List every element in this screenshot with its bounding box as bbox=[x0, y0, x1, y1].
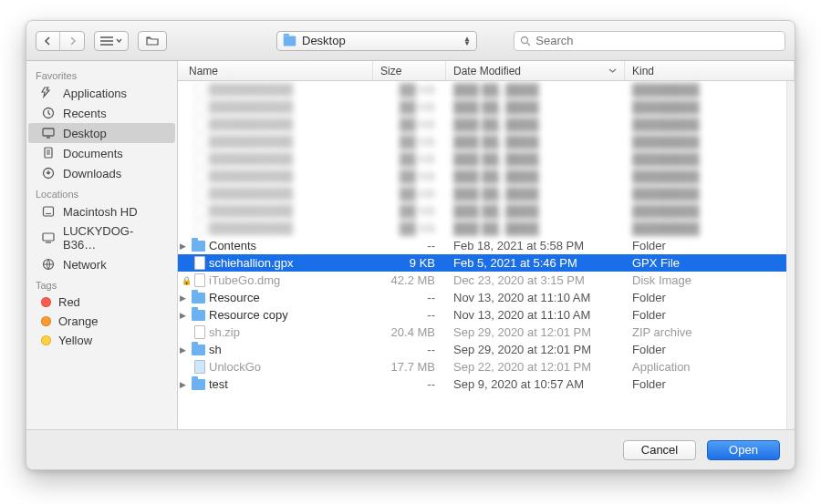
display-icon bbox=[41, 231, 56, 245]
file-name: Resource copy bbox=[209, 308, 373, 322]
folder-outline-icon bbox=[146, 36, 159, 46]
disclosure-triangle-icon[interactable]: ▶ bbox=[180, 293, 189, 303]
file-date: Nov 13, 2020 at 11:10 AM bbox=[446, 291, 625, 304]
sidebar-item-yellow[interactable]: Yellow bbox=[28, 331, 175, 350]
tag-dot-icon bbox=[41, 297, 51, 307]
file-icon bbox=[194, 256, 205, 270]
path-popup[interactable]: Desktop ▲▼ bbox=[276, 31, 477, 51]
disclosure-triangle-icon[interactable]: ▶ bbox=[180, 380, 189, 389]
globe-icon bbox=[41, 257, 56, 272]
file-row[interactable]: UnlockGo17.7 MBSep 22, 2020 at 12:01 PMA… bbox=[178, 358, 786, 375]
toolbar: Desktop ▲▼ bbox=[26, 21, 795, 61]
folder-icon bbox=[284, 36, 296, 46]
disk-icon bbox=[41, 204, 56, 219]
sidebar-group-locations: Locations bbox=[26, 183, 177, 201]
disclosure-triangle-icon[interactable]: ▶ bbox=[180, 345, 189, 355]
popup-arrows-icon: ▲▼ bbox=[463, 36, 471, 46]
file-name: Contents bbox=[209, 239, 373, 252]
file-row[interactable]: ▶Resource copy--Nov 13, 2020 at 11:10 AM… bbox=[178, 306, 786, 324]
sidebar-item-network[interactable]: Network bbox=[28, 254, 175, 274]
file-date: Sep 22, 2020 at 12:01 PM bbox=[446, 360, 625, 374]
file-date: Nov 13, 2020 at 11:10 AM bbox=[446, 308, 625, 322]
path-label: Desktop bbox=[302, 34, 346, 47]
file-row-obscured: ████████████ KB███ ██, ████████████ bbox=[178, 98, 786, 116]
disclosure-triangle-icon[interactable]: ▶ bbox=[180, 311, 189, 320]
sidebar-item-label: Recents bbox=[63, 107, 107, 120]
sidebar-item-documents[interactable]: Documents bbox=[28, 143, 175, 163]
file-row[interactable]: ▶test--Sep 9, 2020 at 10:57 AMFolder bbox=[178, 375, 786, 393]
globe-icon bbox=[41, 257, 56, 272]
back-button[interactable] bbox=[36, 32, 60, 50]
file-row[interactable]: sh.zip20.4 MBSep 29, 2020 at 12:01 PMZIP… bbox=[178, 324, 786, 341]
sidebar-item-label: Orange bbox=[58, 314, 98, 328]
forward-button[interactable] bbox=[60, 32, 84, 50]
sidebar-item-recents[interactable]: Recents bbox=[28, 103, 175, 123]
clock-icon bbox=[41, 106, 56, 120]
file-icon bbox=[194, 325, 205, 339]
apps-icon bbox=[41, 86, 56, 100]
scrollbar[interactable] bbox=[786, 81, 795, 429]
nav-back-forward bbox=[36, 31, 85, 51]
list-view-button[interactable] bbox=[95, 32, 128, 50]
file-kind: ZIP archive bbox=[625, 325, 786, 339]
downloads-icon bbox=[41, 166, 56, 180]
file-row-obscured: ████████████ KB███ ██, ████████████ bbox=[178, 220, 786, 237]
file-kind: GPX File bbox=[625, 256, 786, 270]
sidebar-item-luckydog-b36-[interactable]: LUCKYDOG-B36… bbox=[28, 221, 175, 254]
search-field[interactable] bbox=[514, 31, 785, 51]
folder-icon bbox=[192, 379, 205, 390]
column-name[interactable]: Name bbox=[178, 61, 373, 80]
open-button[interactable]: Open bbox=[707, 440, 780, 460]
tag-dot-icon bbox=[41, 335, 51, 345]
file-size: 20.4 MB bbox=[373, 325, 446, 339]
sidebar-item-label: Applications bbox=[63, 87, 127, 100]
sidebar-group-tags: Tags bbox=[26, 274, 177, 293]
column-date-modified[interactable]: Date Modified bbox=[446, 61, 625, 80]
cancel-button[interactable]: Cancel bbox=[623, 440, 696, 460]
sidebar-item-applications[interactable]: Applications bbox=[28, 83, 175, 103]
group-button[interactable] bbox=[139, 32, 166, 50]
docs-icon bbox=[41, 146, 56, 160]
file-kind: Folder bbox=[625, 308, 786, 322]
list-icon bbox=[100, 36, 113, 46]
column-kind[interactable]: Kind bbox=[625, 61, 795, 80]
column-size[interactable]: Size bbox=[373, 61, 446, 80]
folder-icon bbox=[192, 241, 205, 252]
search-input[interactable] bbox=[535, 34, 779, 47]
file-size: -- bbox=[373, 308, 446, 322]
sidebar-item-desktop[interactable]: Desktop bbox=[28, 123, 175, 143]
open-file-dialog: Desktop ▲▼ FavoritesApplicationsRecentsD… bbox=[26, 20, 795, 470]
chevron-right-icon bbox=[68, 36, 77, 46]
file-row[interactable]: ▶Resource--Nov 13, 2020 at 11:10 AMFolde… bbox=[178, 289, 786, 306]
file-row[interactable]: 🔒iTubeGo.dmg42.2 MBDec 23, 2020 at 3:15 … bbox=[178, 272, 786, 289]
sidebar-item-label: LUCKYDOG-B36… bbox=[63, 224, 166, 252]
file-row[interactable]: schiehallion.gpx9 KBFeb 5, 2021 at 5:46 … bbox=[178, 254, 786, 272]
desktop-icon bbox=[41, 126, 56, 140]
file-list[interactable]: ████████████ KB███ ██, █████████████████… bbox=[178, 81, 786, 429]
file-date: Feb 18, 2021 at 5:58 PM bbox=[446, 239, 625, 252]
file-size: 9 KB bbox=[373, 256, 446, 270]
downloads-icon bbox=[41, 166, 56, 180]
file-date: Sep 29, 2020 at 12:01 PM bbox=[446, 343, 625, 356]
sort-indicator-icon bbox=[608, 68, 617, 74]
sidebar-item-label: Red bbox=[58, 295, 80, 309]
file-row[interactable]: ▶Contents--Feb 18, 2021 at 5:58 PMFolder bbox=[178, 237, 786, 254]
file-row[interactable]: ▶sh--Sep 29, 2020 at 12:01 PMFolder bbox=[178, 341, 786, 358]
file-size: -- bbox=[373, 343, 446, 356]
sidebar-item-red[interactable]: Red bbox=[28, 293, 175, 312]
file-name: schiehallion.gpx bbox=[209, 256, 373, 270]
svg-rect-5 bbox=[44, 207, 54, 216]
file-row-obscured: ████████████ KB███ ██, ████████████ bbox=[178, 185, 786, 202]
folder-icon bbox=[192, 345, 205, 355]
sidebar-item-downloads[interactable]: Downloads bbox=[28, 163, 175, 183]
sidebar-item-macintosh-hd[interactable]: Macintosh HD bbox=[28, 201, 175, 221]
clock-icon bbox=[41, 106, 56, 120]
column-headers: Name Size Date Modified Kind bbox=[178, 61, 795, 81]
svg-rect-6 bbox=[46, 213, 51, 214]
sidebar-item-orange[interactable]: Orange bbox=[28, 312, 175, 331]
disclosure-triangle-icon[interactable]: ▶ bbox=[180, 242, 189, 251]
view-mode-segment[interactable] bbox=[94, 31, 129, 51]
display-icon bbox=[41, 231, 56, 245]
file-kind: Folder bbox=[625, 239, 786, 252]
file-size: 42.2 MB bbox=[373, 273, 446, 287]
